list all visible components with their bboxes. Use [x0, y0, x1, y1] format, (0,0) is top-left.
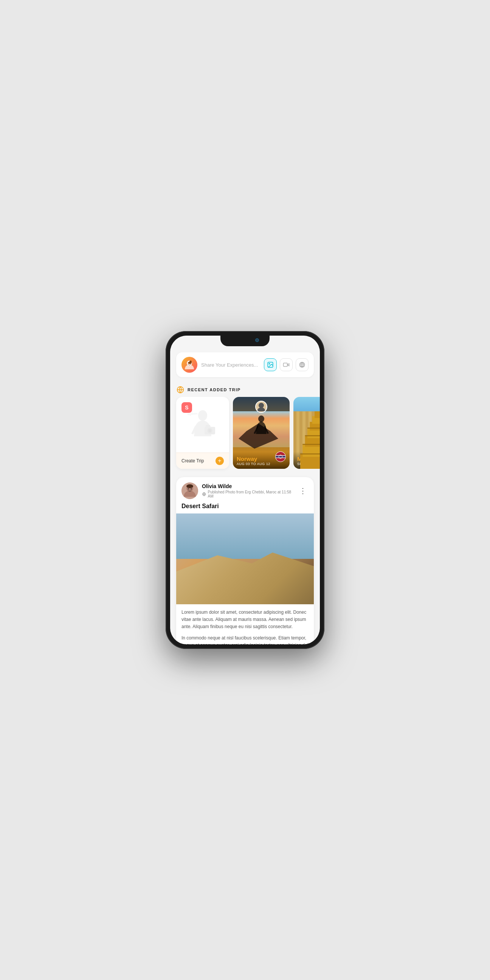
post-more-button[interactable]: ⋮: [298, 487, 309, 495]
image-upload-button[interactable]: [264, 358, 277, 371]
norway-flag: [275, 452, 286, 462]
globe-section-icon: [176, 385, 184, 394]
post-text-1: Lorem ipsum dolor sit amet, consectetur …: [181, 609, 309, 631]
post-text-2: In commodo neque at nisl faucibus sceler…: [181, 635, 309, 644]
globe-button[interactable]: [296, 358, 309, 371]
madurai-bg: [293, 397, 320, 469]
norway-dates: AUG 03 TO AUG 12: [237, 462, 286, 466]
svg-point-4: [269, 363, 270, 364]
svg-point-8: [198, 410, 207, 421]
post-header: Olivia Wilde Published Photo from Erg Ch…: [176, 477, 314, 503]
post-card: Olivia Wilde Published Photo from Erg Ch…: [176, 477, 314, 644]
video-upload-button[interactable]: [280, 358, 293, 371]
svg-point-42: [191, 488, 192, 490]
post-image: [176, 514, 314, 604]
user-avatar: [181, 357, 197, 373]
svg-rect-29: [305, 435, 320, 436]
svg-point-14: [258, 403, 264, 408]
create-trip-label: Create Trip: [181, 458, 204, 463]
phone-frame: Share Your Experiences...: [166, 331, 324, 649]
share-placeholder[interactable]: Share Your Experiences...: [201, 362, 260, 368]
post-title: Desert Safari: [176, 503, 314, 514]
norway-user-avatar: [255, 401, 267, 413]
post-meta: Published Photo from Erg Chebbi, Maroc a…: [202, 490, 294, 498]
svg-point-44: [242, 567, 246, 572]
svg-rect-46: [249, 570, 252, 571]
svg-rect-5: [284, 363, 288, 367]
svg-point-13: [258, 415, 264, 422]
svg-rect-17: [276, 456, 285, 458]
recent-trips-header: RECENT ADDED TRIP: [170, 380, 320, 397]
svg-rect-30: [308, 428, 320, 429]
post-username: Olivia Wilde: [202, 483, 294, 489]
create-trip-bar[interactable]: Create Trip +: [176, 453, 229, 469]
madurai-trip-card[interactable]: Madurai SEP 10 TO SEP 20: [293, 397, 320, 469]
front-camera: [255, 338, 259, 342]
post-user-info: Olivia Wilde Published Photo from Erg Ch…: [202, 483, 294, 498]
post-location-text: Published Photo from Erg Chebbi, Maroc a…: [208, 490, 294, 498]
screen-content: Share Your Experiences...: [170, 336, 320, 644]
svg-point-45: [249, 568, 252, 572]
silhouette-area: [176, 397, 229, 453]
svg-rect-10: [206, 425, 210, 427]
create-trip-plus-icon[interactable]: +: [216, 457, 224, 465]
location-icon: [202, 492, 206, 496]
phone-screen: Share Your Experiences...: [170, 336, 320, 644]
svg-point-12: [208, 429, 211, 432]
svg-point-40: [186, 484, 193, 488]
svg-rect-26: [315, 411, 320, 418]
post-body: Lorem ipsum dolor sit amet, consectetur …: [176, 604, 314, 644]
svg-rect-28: [303, 444, 320, 445]
svg-point-2: [188, 362, 192, 364]
svg-point-41: [188, 488, 189, 490]
norway-trip-card[interactable]: Norway AUG 03 TO AUG 12: [233, 397, 290, 469]
share-icon-group: [264, 358, 309, 371]
svg-rect-27: [300, 453, 320, 455]
trips-scroll-container[interactable]: S: [170, 397, 320, 474]
share-bar: Share Your Experiences...: [176, 352, 314, 377]
notch: [220, 336, 270, 346]
create-trip-card[interactable]: S: [176, 397, 229, 469]
dune-figures: [238, 565, 256, 588]
post-user-avatar: [181, 482, 198, 499]
recent-trips-title: RECENT ADDED TRIP: [187, 387, 241, 392]
